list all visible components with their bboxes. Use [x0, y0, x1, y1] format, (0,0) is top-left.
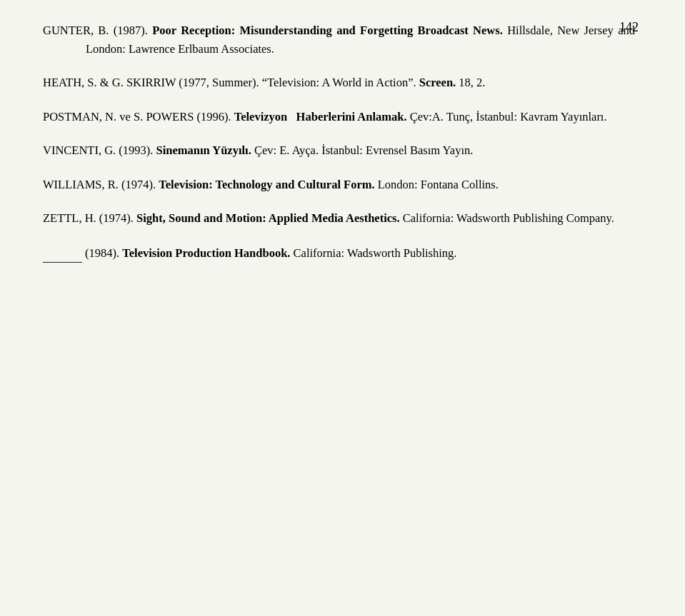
reference-zettl: ZETTL, H. (1974). Sight, Sound and Motio… — [43, 209, 635, 228]
reference-gunter: GUNTER, B. (1987). Poor Reception: Misun… — [43, 21, 635, 58]
reference-postman-text: POSTMAN, N. ve S. POWERS (1996). Televiz… — [43, 108, 635, 126]
reference-williams-text: WILLIAMS, R. (1974). Television: Technol… — [43, 176, 635, 194]
reference-postman: POSTMAN, N. ve S. POWERS (1996). Televiz… — [43, 108, 635, 126]
reference-williams: WILLIAMS, R. (1974). Television: Technol… — [43, 176, 635, 194]
page-number: 142 — [619, 20, 639, 35]
reference-anon1984-text: (1984). Television Production Handbook. … — [43, 243, 635, 263]
blank-underline — [43, 243, 82, 263]
reference-vincenti: VINCENTI, G. (1993). Sinemanın Yüzyılı. … — [43, 141, 635, 160]
reference-gunter-text: GUNTER, B. (1987). Poor Reception: Misun… — [43, 21, 635, 58]
reference-zettl-text: ZETTL, H. (1974). Sight, Sound and Motio… — [43, 209, 635, 228]
page: 142 GUNTER, B. (1987). Poor Reception: M… — [0, 0, 685, 616]
reference-heath-text: HEATH, S. & G. SKIRRIW (1977, Summer). “… — [43, 74, 635, 92]
reference-vincenti-text: VINCENTI, G. (1993). Sinemanın Yüzyılı. … — [43, 141, 635, 160]
reference-anon1984: (1984). Television Production Handbook. … — [43, 243, 635, 263]
reference-heath: HEATH, S. & G. SKIRRIW (1977, Summer). “… — [43, 74, 635, 92]
